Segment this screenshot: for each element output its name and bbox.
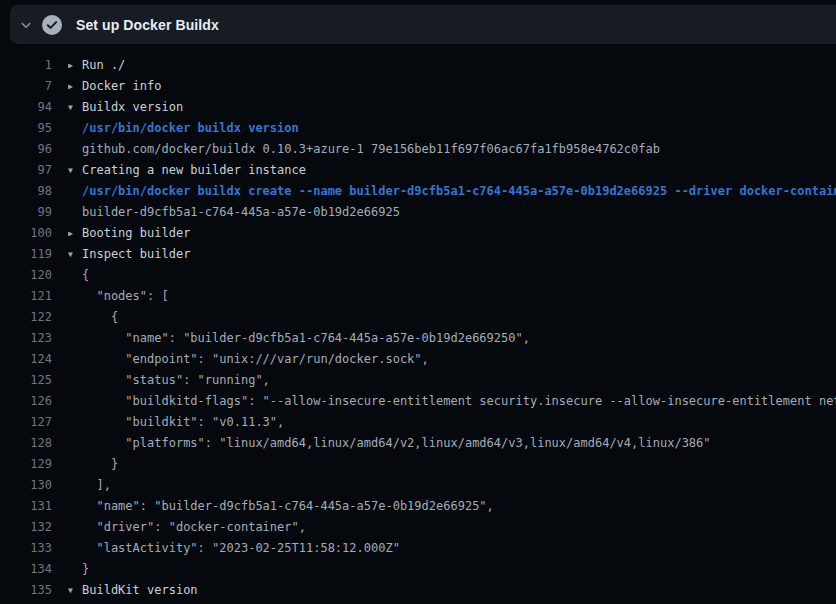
log-lines: 1▶Run ./7▶Docker info94▼Buildx version95… [0, 55, 836, 604]
log-line-row: 125 "status": "running", [0, 370, 836, 391]
line-content: "lastActivity": "2023-02-25T11:58:12.000… [68, 538, 836, 559]
line-number[interactable]: 125 [0, 370, 52, 391]
output-text: { [68, 307, 118, 328]
log-line-row: 133 "lastActivity": "2023-02-25T11:58:12… [0, 538, 836, 559]
line-number[interactable]: 98 [0, 181, 52, 202]
line-content: } [68, 454, 836, 475]
line-number[interactable]: 7 [0, 76, 52, 97]
log-group-row[interactable]: 135▼BuildKit version [0, 580, 836, 601]
line-number[interactable]: 96 [0, 139, 52, 160]
line-number[interactable]: 130 [0, 475, 52, 496]
log-line-row: 126 "buildkitd-flags": "--allow-insecure… [0, 391, 836, 412]
line-content: github.com/docker/buildx 0.10.3+azure-1 … [68, 139, 836, 160]
line-content: "buildkit": "v0.11.3", [68, 412, 836, 433]
log-line-row: 132 "driver": "docker-container", [0, 517, 836, 538]
triangle-down-icon[interactable]: ▼ [68, 97, 82, 118]
line-content: "name": "builder-d9cfb5a1-c764-445a-a57e… [68, 496, 836, 517]
line-number[interactable]: 128 [0, 433, 52, 454]
line-number[interactable]: 129 [0, 454, 52, 475]
line-number[interactable]: 120 [0, 265, 52, 286]
output-text: "lastActivity": "2023-02-25T11:58:12.000… [68, 538, 400, 559]
line-content: "name": "builder-d9cfb5a1-c764-445a-a57e… [68, 328, 836, 349]
triangle-right-icon[interactable]: ▶ [68, 55, 82, 76]
line-content[interactable]: ▼Buildx version [68, 97, 836, 118]
line-number[interactable]: 97 [0, 160, 52, 181]
group-title: Docker info [82, 79, 161, 93]
triangle-down-icon[interactable]: ▼ [68, 580, 82, 601]
log-group-row[interactable]: 7▶Docker info [0, 76, 836, 97]
line-number[interactable]: 134 [0, 559, 52, 580]
line-number[interactable]: 122 [0, 307, 52, 328]
group-title: Buildx version [82, 100, 183, 114]
log-line-row: 131 "name": "builder-d9cfb5a1-c764-445a-… [0, 496, 836, 517]
line-content: "endpoint": "unix:///var/run/docker.sock… [68, 349, 836, 370]
log-group-row[interactable]: 97▼Creating a new builder instance [0, 160, 836, 181]
line-number[interactable]: 1 [0, 55, 52, 76]
log-group-row[interactable]: 1▶Run ./ [0, 55, 836, 76]
output-text: } [68, 454, 118, 475]
group-title: Creating a new builder instance [82, 163, 306, 177]
log-line-row: 122 { [0, 307, 836, 328]
line-content: } [68, 559, 836, 580]
chevron-down-icon[interactable] [18, 17, 34, 33]
log-line-row: 121 "nodes": [ [0, 286, 836, 307]
log-line-row: 129 } [0, 454, 836, 475]
log-line-row: 98/usr/bin/docker buildx create --name b… [0, 181, 836, 202]
log-line-row: 130 ], [0, 475, 836, 496]
output-text: { [68, 265, 89, 286]
log-group-row[interactable]: 119▼Inspect builder [0, 244, 836, 265]
line-content: { [68, 265, 836, 286]
line-content: /usr/bin/docker buildx version [68, 118, 836, 139]
line-content[interactable]: ▼BuildKit version [68, 580, 836, 601]
triangle-down-icon[interactable]: ▼ [68, 244, 82, 265]
line-number[interactable]: 121 [0, 286, 52, 307]
log-line-row: 120{ [0, 265, 836, 286]
line-number[interactable]: 135 [0, 580, 52, 601]
output-text: "buildkit": "v0.11.3", [68, 412, 284, 433]
output-text: builder-d9cfb5a1-c764-445a-a57e-0b19d2e6… [68, 202, 400, 223]
line-number[interactable]: 132 [0, 517, 52, 538]
log-line-row: 124 "endpoint": "unix:///var/run/docker.… [0, 349, 836, 370]
line-number[interactable]: 94 [0, 97, 52, 118]
log-line-row: 128 "platforms": "linux/amd64,linux/amd6… [0, 433, 836, 454]
triangle-right-icon[interactable]: ▶ [68, 76, 82, 97]
triangle-right-icon[interactable]: ▶ [68, 223, 82, 244]
line-content[interactable]: ▶Run ./ [68, 55, 836, 76]
line-number[interactable]: 95 [0, 118, 52, 139]
log-group-row[interactable]: 100▶Booting builder [0, 223, 836, 244]
line-number[interactable]: 126 [0, 391, 52, 412]
line-content: ], [68, 475, 836, 496]
log-line-row: 99builder-d9cfb5a1-c764-445a-a57e-0b19d2… [0, 202, 836, 223]
line-number[interactable]: 119 [0, 244, 52, 265]
output-text: "status": "running", [68, 370, 270, 391]
output-text: "driver": "docker-container", [68, 517, 306, 538]
line-number[interactable]: 131 [0, 496, 52, 517]
line-content[interactable]: ▼Creating a new builder instance [68, 160, 836, 181]
line-content: "buildkitd-flags": "--allow-insecure-ent… [68, 391, 836, 412]
log-line-row: 96github.com/docker/buildx 0.10.3+azure-… [0, 139, 836, 160]
line-number[interactable]: 133 [0, 538, 52, 559]
line-content: "status": "running", [68, 370, 836, 391]
line-number[interactable]: 99 [0, 202, 52, 223]
line-number[interactable]: 127 [0, 412, 52, 433]
check-circle-icon [42, 15, 62, 35]
output-text: } [68, 559, 89, 580]
log-line-row: 127 "buildkit": "v0.11.3", [0, 412, 836, 433]
output-text: "buildkitd-flags": "--allow-insecure-ent… [68, 391, 836, 412]
step-header[interactable]: Set up Docker Buildx [10, 5, 836, 44]
command-text: /usr/bin/docker buildx create --name bui… [68, 181, 836, 202]
line-number[interactable]: 124 [0, 349, 52, 370]
command-text: /usr/bin/docker buildx version [68, 118, 299, 139]
line-content[interactable]: ▼Inspect builder [68, 244, 836, 265]
line-content[interactable]: ▶Booting builder [68, 223, 836, 244]
output-text: "nodes": [ [68, 286, 169, 307]
triangle-down-icon[interactable]: ▼ [68, 160, 82, 181]
line-number[interactable]: 123 [0, 328, 52, 349]
log-viewer: 1▶Run ./7▶Docker info94▼Buildx version95… [0, 44, 836, 604]
line-number[interactable]: 100 [0, 223, 52, 244]
line-content: "nodes": [ [68, 286, 836, 307]
line-content: "driver": "docker-container", [68, 517, 836, 538]
line-content[interactable]: ▶Docker info [68, 76, 836, 97]
log-group-row[interactable]: 94▼Buildx version [0, 97, 836, 118]
group-title: BuildKit version [82, 583, 198, 597]
